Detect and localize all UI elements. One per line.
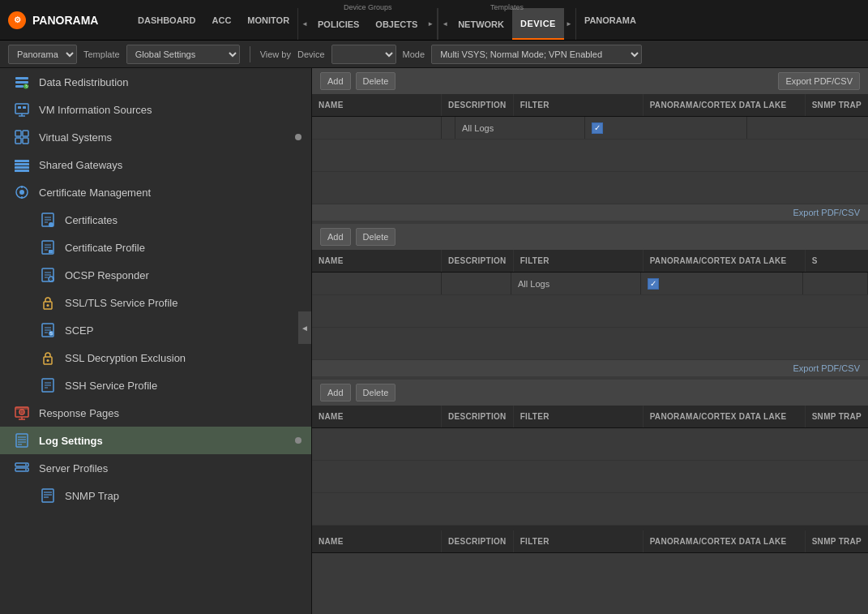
nav-policies[interactable]: POLICIES (310, 8, 367, 40)
device-groups-label: Device Groups (344, 3, 392, 11)
sidebar-item-certificate-profile[interactable]: Certificate Profile (0, 234, 311, 261)
sidebar-item-ocsp-responder[interactable]: ↺ OCSP Responder (0, 261, 311, 289)
cell-name-1-1 (312, 117, 442, 139)
toolbar: Panorama Template Global Settings View b… (0, 41, 868, 68)
export-pdf-csv-button-1[interactable]: Export PDF/CSV (778, 72, 860, 90)
sidebar-item-certificate-management[interactable]: Certificate Management (0, 178, 311, 206)
data-redistribution-icon: ↻ (13, 73, 31, 91)
cell-s-2-1 (803, 273, 868, 294)
svg-rect-13 (23, 138, 28, 144)
delete-button-2[interactable]: Delete (356, 228, 396, 246)
nav-monitor[interactable]: MONITOR (239, 0, 297, 40)
sidebar-item-ssh-service-profile[interactable]: SSH Service Profile (0, 371, 311, 399)
spacer-row-7 (312, 493, 868, 526)
nav-objects[interactable]: OBJECTS (367, 8, 425, 40)
panorama-select[interactable]: Panorama (8, 45, 77, 64)
sidebar-collapse-arrow[interactable]: ◄ (298, 311, 311, 344)
sidebar-label-ocsp-responder: OCSP Responder (65, 269, 149, 281)
section2-table-header: NAME DESCRIPTION FILTER PANORAMA/CORTEX … (312, 250, 868, 273)
col-panorama-3: PANORAMA/CORTEX DATA LAKE (644, 406, 806, 427)
cell-filter-2-1: All Logs (511, 273, 641, 294)
col-snmp-4: SNMP TRAP (806, 530, 868, 552)
col-filter-3: FILTER (514, 406, 644, 427)
global-settings-select[interactable]: Global Settings (126, 45, 240, 64)
spacer-row-2 (312, 172, 868, 204)
col-filter-4: FILTER (514, 530, 644, 552)
svg-rect-5 (15, 104, 28, 114)
svg-rect-11 (23, 131, 28, 136)
svg-rect-16 (15, 166, 29, 169)
add-button-1[interactable]: Add (320, 72, 351, 90)
sidebar-item-snmp-trap[interactable]: SNMP Trap (0, 482, 311, 509)
mode-select[interactable]: Multi VSYS; Normal Mode; VPN Enabled (431, 45, 642, 64)
spacer-row-1 (312, 140, 868, 172)
sidebar-label-ssh-service: SSH Service Profile (65, 380, 157, 392)
sidebar-item-scep[interactable]: S SCEP (0, 316, 311, 344)
svg-rect-10 (15, 131, 21, 136)
device-select[interactable] (331, 45, 396, 64)
nav-dashboard[interactable]: DASHBOARD (130, 0, 204, 40)
toolbar-divider-1 (250, 46, 250, 62)
sidebar-item-ssl-decryption-exclusion[interactable]: SSL Decryption Exclusion (0, 344, 311, 371)
svg-rect-17 (15, 170, 29, 172)
sidebar-label-ssl-decryption: SSL Decryption Exclusion (65, 352, 186, 364)
cell-snmp-1-1 (747, 117, 868, 139)
sidebar-label-scep: SCEP (65, 324, 93, 337)
sidebar-label-shared-gateways: Shared Gateways (39, 159, 122, 171)
svg-rect-56 (15, 407, 28, 410)
section1-row-1: All Logs ✓ (312, 117, 868, 140)
sidebar-item-shared-gateways[interactable]: Shared Gateways (0, 151, 311, 178)
log-settings-dot (295, 437, 301, 444)
section2-row-1: All Logs ✓ (312, 273, 868, 295)
col-panorama-2: PANORAMA/CORTEX DATA LAKE (644, 250, 806, 272)
spacer-row-5 (312, 428, 868, 461)
sidebar-item-log-settings[interactable]: Log Settings (0, 427, 311, 454)
main-layout: ↻ Data Redistribution VM Information Sou… (0, 68, 868, 614)
sidebar-item-vm-information-sources[interactable]: VM Information Sources (0, 96, 311, 123)
sidebar-item-virtual-systems[interactable]: Virtual Systems (0, 123, 311, 151)
cell-desc-2-1 (442, 273, 511, 294)
snmp-trap-icon (39, 487, 57, 505)
nav-device[interactable]: DEVICE (512, 8, 564, 40)
svg-rect-31 (49, 250, 53, 253)
app-logo: ⚙ PANORAMA (8, 11, 113, 29)
checkbox-panorama-2-1[interactable]: ✓ (648, 278, 659, 290)
add-button-3[interactable]: Add (320, 384, 351, 401)
col-desc-2: DESCRIPTION (442, 250, 514, 272)
spacer-row-4 (312, 328, 868, 360)
col-panorama-4: PANORAMA/CORTEX DATA LAKE (644, 530, 806, 552)
svg-point-66 (25, 464, 27, 466)
sidebar-label-vm-info: VM Information Sources (39, 104, 152, 116)
sidebar-label-ssl-tls: SSL/TLS Service Profile (65, 297, 177, 309)
sidebar-item-data-redistribution[interactable]: ↻ Data Redistribution (0, 68, 311, 96)
nav-panorama[interactable]: PANORAMA (576, 0, 644, 40)
add-button-2[interactable]: Add (320, 228, 351, 246)
sidebar-item-ssl-tls-service-profile[interactable]: SSL/TLS Service Profile (0, 289, 311, 316)
pdf-csv-link-2[interactable]: Export PDF/CSV (312, 360, 868, 376)
section1-table-header: NAME DESCRIPTION FILTER PANORAMA/CORTEX … (312, 94, 868, 117)
col-name-3: NAME (312, 406, 442, 427)
cell-panorama-1-1: ✓ (585, 117, 747, 139)
sidebar-item-server-profiles[interactable]: Server Profiles (0, 454, 311, 482)
section1-toolbar: Add Delete Export PDF/CSV (312, 68, 868, 94)
sidebar-item-certificates[interactable]: Certificates (0, 206, 311, 234)
nav-group-device-groups: Device Groups ◄ POLICIES OBJECTS ► (297, 0, 438, 40)
svg-rect-7 (23, 106, 26, 109)
col-filter-2: FILTER (514, 250, 644, 272)
nav-acc[interactable]: ACC (204, 0, 240, 40)
pdf-csv-link-1[interactable]: Export PDF/CSV (312, 204, 868, 221)
delete-button-1[interactable]: Delete (356, 72, 396, 90)
col-name-1: NAME (312, 94, 442, 116)
view-by-label: View by (260, 49, 291, 59)
svg-point-19 (19, 190, 24, 195)
checkbox-panorama-1-1[interactable]: ✓ (592, 122, 603, 134)
sidebar-item-response-pages[interactable]: Response Pages (0, 399, 311, 427)
delete-button-3[interactable]: Delete (356, 384, 396, 401)
arrow-left-2: ◄ (442, 20, 448, 28)
logo-icon: ⚙ (8, 11, 26, 29)
nav-network[interactable]: NETWORK (450, 8, 512, 40)
templates-label: Templates (490, 3, 524, 11)
spacer-row-6 (312, 461, 868, 493)
top-navigation: ⚙ PANORAMA DASHBOARD ACC MONITOR Device … (0, 0, 868, 41)
section4-table-header: NAME DESCRIPTION FILTER PANORAMA/CORTEX … (312, 530, 868, 553)
